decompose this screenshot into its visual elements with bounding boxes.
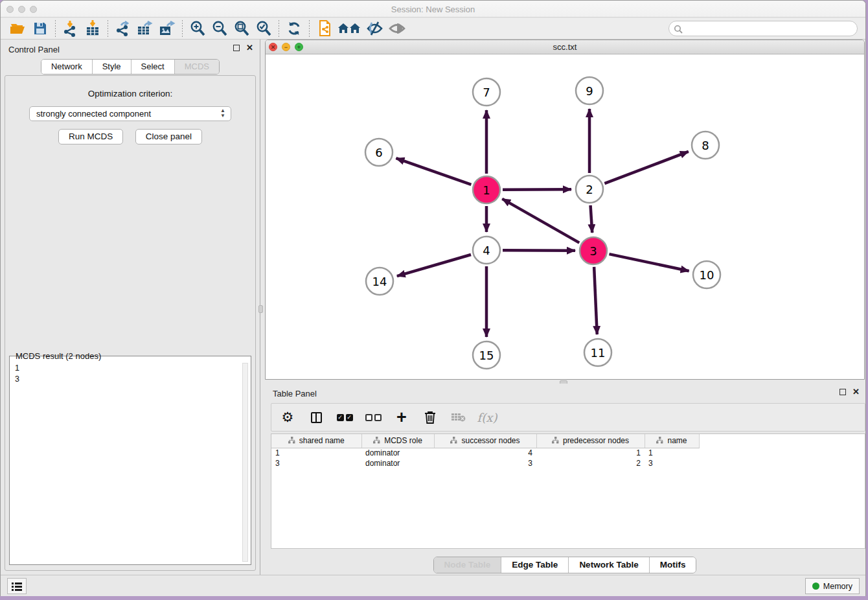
zoom-selected-icon[interactable] xyxy=(253,19,275,38)
network-graph-canvas[interactable]: 7968124314101511 xyxy=(266,54,864,379)
zoom-out-icon[interactable] xyxy=(209,19,231,38)
edge-3-to-11[interactable] xyxy=(594,267,597,334)
table-tab-motifs[interactable]: Motifs xyxy=(650,557,696,573)
toolbar-separator xyxy=(182,20,183,37)
graph-node-7[interactable]: 7 xyxy=(473,78,500,106)
column-header-predecessor-nodes[interactable]: predecessor nodes xyxy=(536,434,645,448)
network-view-titlebar: ✕ − + scc.txt xyxy=(266,40,864,54)
table-cell[interactable]: dominator xyxy=(361,448,434,458)
graph-node-6[interactable]: 6 xyxy=(365,139,393,166)
settings-gear-icon[interactable]: ⚙ xyxy=(278,408,297,427)
toggle-panel-icon[interactable] xyxy=(306,408,326,427)
edge-1-to-2[interactable] xyxy=(503,189,571,190)
mcds-tab-content: Optimization criterion: strongly connect… xyxy=(5,75,256,571)
zoom-fit-icon[interactable] xyxy=(231,19,253,38)
column-header-name[interactable]: name xyxy=(645,434,699,448)
save-session-icon[interactable] xyxy=(29,19,51,38)
memory-status-icon xyxy=(812,583,819,590)
table-cell[interactable]: 4 xyxy=(434,448,536,458)
select-stepper-icon: ▲▼ xyxy=(220,108,225,119)
graph-node-8[interactable]: 8 xyxy=(692,132,719,159)
main-toolbar xyxy=(1,18,865,40)
refresh-icon[interactable] xyxy=(283,19,305,38)
node-label: 14 xyxy=(372,275,387,288)
export-table-icon[interactable] xyxy=(134,19,156,38)
node-label: 3 xyxy=(589,244,597,258)
import-network-icon[interactable] xyxy=(60,19,82,38)
close-panel-icon[interactable]: ✕ xyxy=(246,45,253,51)
table-tab-edge-table[interactable]: Edge Table xyxy=(501,557,569,573)
float-table-panel-icon[interactable] xyxy=(839,389,846,395)
optimization-criterion-select[interactable]: strongly connected component ▲▼ xyxy=(29,106,231,121)
mcds-result-scrollbar[interactable] xyxy=(242,363,248,562)
edge-4-to-3[interactable] xyxy=(503,250,575,251)
export-network-icon[interactable] xyxy=(112,19,134,38)
toolbar-separator xyxy=(108,20,108,37)
tab-mcds[interactable]: MCDS xyxy=(175,60,219,74)
tab-style[interactable]: Style xyxy=(93,60,131,74)
graph-node-15[interactable]: 15 xyxy=(473,341,500,369)
edge-4-to-14[interactable] xyxy=(397,255,471,276)
column-header-successor-nodes[interactable]: successor nodes xyxy=(434,434,536,448)
table-tab-node-table[interactable]: Node Table xyxy=(434,557,502,573)
list-icon xyxy=(12,582,22,591)
app-window: Session: New Session xyxy=(0,0,866,596)
graph-node-9[interactable]: 9 xyxy=(576,77,603,104)
tab-select[interactable]: Select xyxy=(131,60,175,74)
column-header-MCDS-role[interactable]: MCDS role xyxy=(361,434,434,448)
add-column-icon[interactable]: + xyxy=(392,408,411,427)
run-mcds-button[interactable]: Run MCDS xyxy=(58,129,123,144)
graph-node-10[interactable]: 10 xyxy=(693,261,720,288)
table-tab-network-table[interactable]: Network Table xyxy=(569,557,649,573)
node-label: 2 xyxy=(586,183,593,196)
close-panel-button[interactable]: Close panel xyxy=(135,129,202,144)
hide-panel-icon[interactable] xyxy=(364,19,386,38)
tree-icon xyxy=(656,437,663,444)
memory-button[interactable]: Memory xyxy=(805,578,860,594)
table-cell[interactable]: 3 xyxy=(434,458,536,468)
table-cell[interactable]: 1 xyxy=(271,448,361,458)
table-cell[interactable]: 3 xyxy=(645,458,699,468)
deselect-all-icon[interactable] xyxy=(363,408,383,427)
select-all-icon[interactable]: ✓✓ xyxy=(335,408,354,427)
edge-3-to-1[interactable] xyxy=(502,199,579,243)
table-cell[interactable]: 3 xyxy=(271,458,361,468)
zoom-in-icon[interactable] xyxy=(187,19,209,38)
new-network-from-file-icon[interactable] xyxy=(314,19,336,38)
table-cell[interactable]: 1 xyxy=(536,448,645,458)
tab-network[interactable]: Network xyxy=(41,60,93,74)
edge-1-to-6[interactable] xyxy=(396,158,471,185)
graph-node-1[interactable]: 1 xyxy=(473,176,500,203)
table-cell[interactable]: 2 xyxy=(536,458,645,468)
import-table-icon[interactable] xyxy=(82,19,104,38)
edge-2-to-8[interactable] xyxy=(604,152,688,183)
task-history-button[interactable] xyxy=(7,578,27,594)
table-toolbar: ⚙ ✓✓ + f(x) xyxy=(271,403,865,432)
table-row[interactable]: 3dominator323 xyxy=(271,458,699,468)
graph-node-2[interactable]: 2 xyxy=(576,176,603,203)
control-panel-title: Control Panel xyxy=(8,45,60,54)
edge-3-to-10[interactable] xyxy=(609,254,689,271)
search-input[interactable] xyxy=(685,23,853,34)
close-table-panel-icon[interactable]: ✕ xyxy=(852,389,860,395)
show-panel-icon[interactable] xyxy=(386,19,408,38)
table-cell[interactable]: 1 xyxy=(645,448,699,458)
graph-node-11[interactable]: 11 xyxy=(584,339,611,366)
function-builder-icon[interactable]: f(x) xyxy=(477,408,497,427)
graph-node-4[interactable]: 4 xyxy=(473,237,500,264)
column-header-shared-name[interactable]: shared name xyxy=(271,434,361,448)
export-image-icon[interactable] xyxy=(156,19,178,38)
vertical-splitter-handle[interactable] xyxy=(258,305,263,313)
graph-node-3[interactable]: 3 xyxy=(580,237,607,264)
table-row[interactable]: 1dominator411 xyxy=(271,448,699,458)
memory-label: Memory xyxy=(823,582,852,591)
open-session-icon[interactable] xyxy=(7,19,29,38)
edge-2-to-3[interactable] xyxy=(591,205,593,233)
mcds-result-list[interactable]: 1 3 xyxy=(15,363,19,385)
delete-table-icon[interactable] xyxy=(449,408,468,427)
delete-column-icon[interactable] xyxy=(420,408,440,427)
graph-node-14[interactable]: 14 xyxy=(366,268,393,295)
table-cell[interactable]: dominator xyxy=(361,458,434,468)
float-panel-icon[interactable] xyxy=(233,45,240,51)
first-neighbors-icon[interactable] xyxy=(336,19,364,38)
